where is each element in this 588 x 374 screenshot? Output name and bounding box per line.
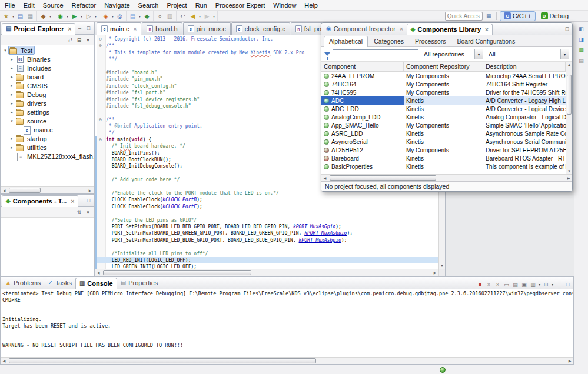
tree-item-startup[interactable]: ▸startup: [1, 134, 94, 143]
quick-access-input[interactable]: [445, 12, 483, 21]
display-selected-console-icon[interactable]: ▥: [529, 280, 537, 289]
scroll-down-icon[interactable]: ▼: [439, 263, 445, 269]
fold-collapse-icon[interactable]: ⊖: [95, 116, 106, 123]
scroll-left-icon[interactable]: ◀: [95, 271, 102, 275]
fold-collapse-icon[interactable]: ⊖: [95, 42, 106, 49]
flash-programmer-icon[interactable]: ◈: [101, 11, 111, 21]
view-tab-component-inspector[interactable]: ◉Component Inspector×: [323, 23, 407, 35]
console-output[interactable]: <terminated> Test_Debug_PNE [GDB PEMicro…: [1, 289, 573, 357]
subtab-categories[interactable]: Categories: [368, 36, 409, 46]
component-inspector-shortcut-icon[interactable]: ◨: [577, 35, 586, 44]
dropdown-arrow-icon[interactable]: ▾: [138, 14, 142, 18]
menu-item-window[interactable]: Window: [269, 0, 300, 10]
menu-item-refactor[interactable]: Refactor: [68, 0, 101, 10]
save-icon[interactable]: ▤: [15, 11, 25, 21]
collapse-arrow-icon[interactable]: ▾: [2, 48, 8, 53]
library-hscrollbar[interactable]: ◀ ▶: [321, 174, 572, 181]
scroll-right-icon[interactable]: ▶: [431, 271, 438, 275]
dropdown-arrow-icon[interactable]: ▾: [11, 14, 15, 18]
components-view-tab[interactable]: ◈ Components - T... ×: [2, 195, 78, 207]
scroll-left-icon[interactable]: ◀: [321, 176, 328, 180]
scroll-thumb[interactable]: [567, 75, 572, 115]
view-tab-components-library[interactable]: ◈Components Library×: [407, 24, 493, 35]
component-row-74hc595[interactable]: 74HC595My ComponentsDriver for the 74HC5…: [321, 88, 566, 96]
code-line[interactable]: /*Setup the LED pins as GPIO*/: [95, 217, 438, 223]
scroll-right-icon[interactable]: ▶: [565, 176, 572, 180]
expand-arrow-icon[interactable]: ▸: [9, 84, 15, 88]
combo-arrow-icon[interactable]: ▾: [560, 49, 569, 59]
close-view-icon[interactable]: ×: [400, 26, 403, 32]
component-row-bareboard[interactable]: BareboardKinetisBareboard RTOS Adapter -…: [321, 154, 566, 162]
new-wizard-icon[interactable]: ★: [1, 11, 11, 21]
console-hscrollbar[interactable]: ◀ ▶: [1, 357, 573, 364]
minimize-view-icon[interactable]: –: [75, 196, 84, 205]
maximize-view-icon[interactable]: □: [84, 24, 93, 32]
code-line[interactable]: LED_GREEN_INIT(LOGIC_LED_OFF);: [95, 263, 438, 269]
menu-item-run[interactable]: Run: [191, 0, 211, 10]
maximize-view-icon[interactable]: □: [563, 24, 572, 33]
expand-arrow-icon[interactable]: ▸: [9, 136, 15, 141]
dropdown-arrow-icon[interactable]: ▾: [550, 282, 554, 286]
menu-item-edit[interactable]: Edit: [19, 0, 39, 10]
menu-item-project[interactable]: Project: [162, 0, 191, 10]
code-line[interactable]: PORT_SetPinMux(BOARD_LED_GREEN_GPIO_PORT…: [95, 230, 438, 236]
code-line[interactable]: CLOCK_EnableClock(kCLOCK_PortB);: [95, 196, 438, 203]
menu-item-help[interactable]: Help: [300, 0, 322, 10]
sort-icon[interactable]: ⇅: [75, 208, 84, 216]
component-row-asrc-ldd[interactable]: ASRC_LDDKinetisAsynchronous Sample Rate …: [321, 129, 566, 138]
collapse-all-icon[interactable]: ⊟: [75, 35, 84, 44]
remove-launch-icon[interactable]: ×: [484, 280, 493, 289]
project-explorer-hscrollbar[interactable]: ◀ ▶: [1, 186, 94, 193]
menu-item-navigate[interactable]: Navigate: [100, 0, 134, 10]
clear-console-icon[interactable]: ▭: [502, 280, 511, 289]
expand-arrow-icon[interactable]: ▸: [9, 57, 15, 62]
view-menu-icon[interactable]: ▾: [84, 208, 92, 216]
perspective-button-c-c[interactable]: CC/C++: [500, 11, 536, 21]
dropdown-arrow-icon[interactable]: ▾: [212, 14, 216, 18]
maximize-view-icon[interactable]: □: [563, 280, 572, 289]
link-with-editor-icon[interactable]: ⇄: [66, 35, 75, 44]
menu-item-processor-expert[interactable]: Processor Expert: [211, 0, 269, 10]
dropdown-arrow-icon[interactable]: ▾: [111, 14, 115, 18]
scroll-right-icon[interactable]: ▶: [566, 359, 573, 363]
restore-view-icon[interactable]: ◧: [577, 24, 586, 33]
tree-item-board[interactable]: ▸board: [1, 72, 94, 81]
component-row-basicproperties[interactable]: BasicPropertiesKinetisThis component is …: [321, 162, 566, 171]
type-filter-select[interactable]: All ▾: [486, 49, 569, 59]
editor-tab-main-c[interactable]: cmain.c×: [97, 22, 141, 35]
debug-config-icon[interactable]: ◎: [115, 11, 125, 21]
external-tools-icon[interactable]: ▷: [84, 11, 94, 21]
tree-item-settings[interactable]: ▸settings: [1, 108, 94, 116]
scroll-track[interactable]: [328, 175, 565, 181]
code-line[interactable]: PORT_SetPinMux(BOARD_LED_RED_GPIO_PORT, …: [95, 223, 438, 230]
maximize-view-icon[interactable]: □: [84, 196, 93, 205]
editor-tab-board-h[interactable]: hboard.h: [142, 22, 182, 35]
remove-all-launches-icon[interactable]: ×: [493, 280, 502, 289]
tree-item-includes[interactable]: ▸Includes: [1, 64, 94, 72]
code-line[interactable]: [95, 243, 438, 250]
minimize-view-icon[interactable]: –: [75, 24, 84, 32]
subtab-processors[interactable]: Processors: [410, 36, 451, 46]
tree-item-cmsis[interactable]: ▸CMSIS: [1, 81, 94, 90]
scroll-down-icon[interactable]: ▼: [566, 168, 572, 174]
filter-funnel-icon[interactable]: [324, 52, 330, 56]
fold-collapse-icon[interactable]: ⊖: [95, 36, 106, 42]
toggle-mark-occurrences-icon[interactable]: ▥: [165, 11, 175, 21]
dropdown-arrow-icon[interactable]: ▾: [79, 14, 84, 18]
minimize-view-icon[interactable]: –: [554, 280, 563, 289]
scroll-thumb[interactable]: [103, 270, 251, 275]
menu-item-search[interactable]: Search: [134, 0, 163, 10]
close-tab-icon[interactable]: ×: [133, 26, 137, 32]
dropdown-arrow-icon[interactable]: ▾: [48, 14, 52, 18]
view-menu-icon[interactable]: ▾: [84, 35, 92, 44]
scroll-thumb[interactable]: [9, 188, 41, 193]
scroll-right-icon[interactable]: ▶: [87, 188, 94, 192]
run-icon[interactable]: ▶: [69, 11, 79, 21]
component-filter-input[interactable]: [333, 49, 418, 59]
expand-arrow-icon[interactable]: ▸: [9, 66, 15, 71]
tree-item-drivers[interactable]: ▸drivers: [1, 99, 94, 108]
column-header-description[interactable]: Description: [483, 62, 566, 71]
expand-arrow-icon[interactable]: ▸: [9, 110, 15, 115]
library-vscrollbar[interactable]: ▲ ▼: [566, 62, 572, 174]
component-row-asyncroserial[interactable]: AsyncroSerialKinetisAsynchronous Serial …: [321, 138, 566, 146]
